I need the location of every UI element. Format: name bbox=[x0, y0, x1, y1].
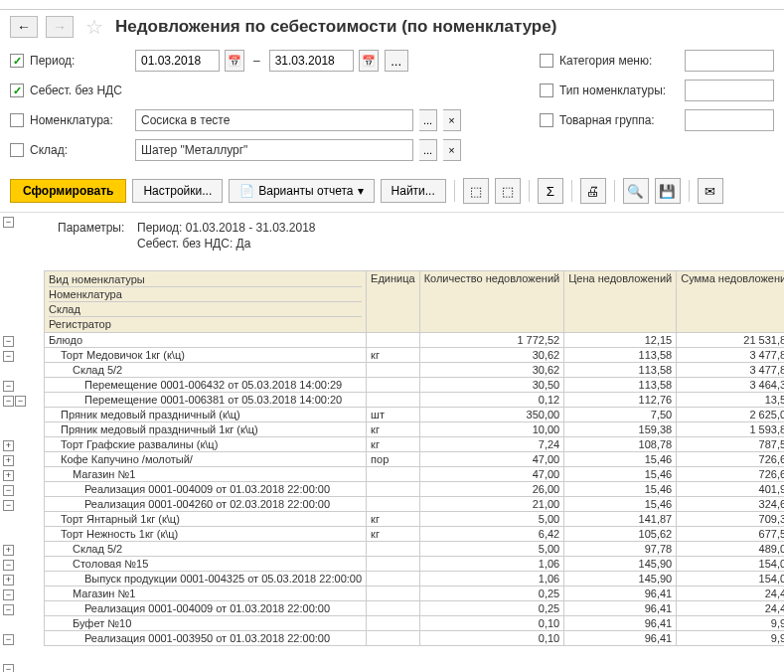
back-button[interactable]: ← bbox=[10, 16, 38, 38]
tree-toggle[interactable]: − bbox=[3, 396, 14, 407]
table-row[interactable]: Буфет №100,1096,419,93 bbox=[45, 616, 785, 631]
tree-toggle[interactable]: − bbox=[3, 634, 14, 645]
cell-name: Перемещение 0001-006381 от 05.03.2018 14… bbox=[45, 393, 367, 408]
tip-input[interactable] bbox=[685, 80, 774, 101]
varianty-button[interactable]: 📄Варианты отчета▾ bbox=[229, 179, 374, 203]
date-from-picker-icon[interactable]: 📅 bbox=[225, 50, 244, 72]
save-icon: 💾 bbox=[659, 184, 676, 199]
kategoria-checkbox[interactable] bbox=[540, 54, 553, 68]
table-row[interactable]: Реализация 0001-004260 от 02.03.2018 22:… bbox=[45, 497, 785, 512]
cell-sum: 787,56 bbox=[677, 437, 784, 452]
preview-button[interactable]: 🔍 bbox=[623, 178, 649, 204]
cell-qty: 0,12 bbox=[419, 393, 564, 408]
table-row[interactable]: Торт Янтарный 1кг (к\ц)кг5,00141,87709,3… bbox=[45, 512, 785, 527]
sformirovat-button[interactable]: Сформировать bbox=[10, 179, 126, 203]
cell-name: Блюдо bbox=[45, 333, 367, 348]
sklad-input[interactable]: Шатер "Металлург" bbox=[135, 139, 413, 161]
table-row[interactable]: Кофе Капучино /молотый/пор47,0015,46726,… bbox=[45, 452, 785, 467]
cell-sum: 2 625,00 bbox=[677, 408, 784, 422]
cell-unit bbox=[367, 333, 420, 348]
group-checkbox[interactable] bbox=[540, 113, 553, 127]
table-row[interactable]: Реализация 0001-004009 от 01.03.2018 22:… bbox=[45, 482, 785, 497]
table-row[interactable]: Перемещение 0001-006432 от 05.03.2018 14… bbox=[45, 378, 785, 393]
collapse-all-button[interactable]: ⬚ bbox=[495, 178, 521, 204]
cell-unit: кг bbox=[367, 527, 420, 542]
save-button[interactable]: 💾 bbox=[655, 178, 681, 204]
date-from-input[interactable] bbox=[135, 50, 220, 72]
tree-toggle[interactable]: + bbox=[3, 545, 14, 556]
cell-sum: 154,07 bbox=[677, 557, 784, 572]
tree-toggle[interactable]: − bbox=[3, 604, 14, 615]
tree-toggle[interactable]: − bbox=[3, 381, 14, 392]
tree-toggle[interactable]: − bbox=[3, 485, 14, 496]
date-to-picker-icon[interactable]: 📅 bbox=[359, 50, 379, 72]
table-row[interactable]: Торт Нежность 1кг (к\ц)кг6,42105,62677,5… bbox=[45, 527, 785, 542]
params-label: Параметры: bbox=[58, 221, 137, 235]
table-row[interactable]: Пряник медовый праздничный 1кг (к\ц)кг10… bbox=[45, 422, 785, 437]
sum-button[interactable]: Σ bbox=[538, 178, 563, 204]
email-button[interactable]: ✉ bbox=[698, 178, 723, 204]
expand-all-button[interactable]: ⬚ bbox=[463, 178, 489, 204]
tip-checkbox[interactable] bbox=[540, 84, 553, 97]
cell-qty: 21,00 bbox=[419, 497, 564, 512]
kategoria-label: Категория меню: bbox=[559, 54, 679, 68]
table-row[interactable]: Реализация 0001-004009 от 01.03.2018 22:… bbox=[45, 601, 785, 616]
table-row[interactable]: Склад 5/25,0097,78489,08 bbox=[45, 542, 785, 557]
tree-toggle[interactable]: − bbox=[3, 500, 14, 511]
cell-sum: 726,62 bbox=[677, 452, 784, 467]
tree-toggle[interactable]: + bbox=[3, 455, 14, 466]
tree-toggle[interactable]: − bbox=[3, 336, 14, 347]
nastroyki-button[interactable]: Настройки... bbox=[132, 179, 223, 203]
tree-toggle[interactable]: + bbox=[3, 470, 14, 481]
page-title: Недовложения по себестоимости (по номенк… bbox=[115, 17, 556, 37]
nomenklatura-input[interactable]: Сосиска в тесте bbox=[135, 109, 413, 131]
period-checkbox[interactable]: ✓ bbox=[10, 54, 24, 68]
nomenklatura-dots-button[interactable]: ... bbox=[419, 109, 437, 131]
sebest-label: Себест. без НДС bbox=[30, 84, 122, 97]
cell-unit bbox=[367, 542, 420, 557]
col-nom: Номенклатура bbox=[49, 287, 362, 302]
nomenklatura-checkbox[interactable] bbox=[10, 113, 24, 127]
table-row[interactable]: Склад 5/230,62113,583 477,85 bbox=[45, 363, 785, 378]
nomenklatura-clear-button[interactable]: × bbox=[443, 109, 461, 131]
tree-toggle[interactable]: + bbox=[3, 440, 14, 451]
cell-unit bbox=[367, 467, 420, 482]
forward-button[interactable]: → bbox=[46, 16, 74, 38]
cell-price: 96,41 bbox=[564, 587, 677, 601]
table-row[interactable]: Выпуск продукции 0001-004325 от 05.03.20… bbox=[45, 572, 785, 587]
tree-toggle[interactable]: − bbox=[3, 560, 14, 571]
sklad-clear-button[interactable]: × bbox=[443, 139, 461, 161]
table-row[interactable]: Перемещение 0001-006381 от 05.03.2018 14… bbox=[45, 393, 785, 408]
cell-name: Реализация 0001-003950 от 01.03.2018 22:… bbox=[45, 631, 367, 646]
table-row[interactable]: Торт Графские развалины (к\ц)кг7,24108,7… bbox=[45, 437, 785, 452]
tree-toggle[interactable]: − bbox=[3, 589, 14, 600]
tree-toggle[interactable]: + bbox=[3, 575, 14, 586]
favorite-icon[interactable]: ☆ bbox=[85, 15, 103, 39]
kategoria-input[interactable] bbox=[685, 50, 774, 72]
table-row[interactable]: Блюдо1 772,5212,1521 531,85 bbox=[45, 333, 785, 348]
cell-sum: 154,07 bbox=[677, 572, 784, 587]
nayti-button[interactable]: Найти... bbox=[381, 179, 446, 203]
tree-toggle[interactable]: − bbox=[3, 351, 14, 362]
group-input[interactable] bbox=[685, 109, 774, 131]
table-row[interactable]: Торт Медовичок 1кг (к\ц)кг30,62113,583 4… bbox=[45, 348, 785, 363]
cell-qty: 30,50 bbox=[419, 378, 564, 393]
table-row[interactable]: Реализация 0001-003950 от 01.03.2018 22:… bbox=[45, 631, 785, 646]
table-row[interactable]: Магазин №147,0015,46726,62 bbox=[45, 467, 785, 482]
tree-toggle[interactable]: − bbox=[3, 217, 14, 228]
period-dialog-button[interactable]: ... bbox=[385, 50, 408, 72]
sebest-checkbox[interactable]: ✓ bbox=[10, 84, 24, 97]
sklad-label: Склад: bbox=[30, 143, 129, 157]
table-row[interactable]: Столовая №151,06145,90154,07 bbox=[45, 557, 785, 572]
table-row[interactable]: Магазин №10,2596,4124,49 bbox=[45, 587, 785, 601]
cell-sum: 21 531,85 bbox=[677, 333, 784, 348]
cell-price: 113,58 bbox=[564, 378, 677, 393]
tree-toggle[interactable]: − bbox=[15, 396, 26, 407]
print-button[interactable]: 🖨 bbox=[580, 178, 606, 204]
sklad-checkbox[interactable] bbox=[10, 143, 24, 157]
cell-price: 96,41 bbox=[564, 631, 677, 646]
table-row[interactable]: Пряник медовый праздничный (к\ц)шт350,00… bbox=[45, 408, 785, 422]
sklad-dots-button[interactable]: ... bbox=[419, 139, 437, 161]
date-to-input[interactable] bbox=[269, 50, 354, 72]
tree-toggle[interactable]: − bbox=[3, 664, 14, 672]
